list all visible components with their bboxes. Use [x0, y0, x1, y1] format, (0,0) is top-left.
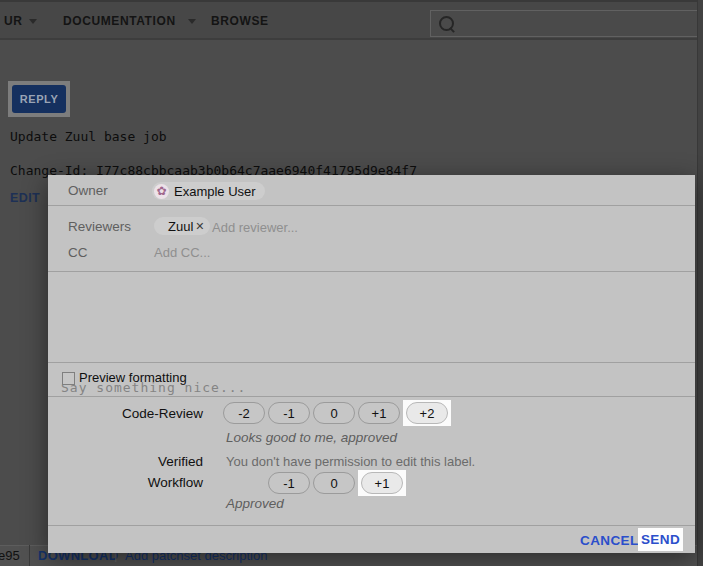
search-icon: [439, 16, 454, 31]
edit-link[interactable]: EDIT: [10, 191, 40, 205]
code-review-label: Code-Review: [48, 406, 203, 421]
owner-label: Owner: [68, 183, 108, 198]
send-button[interactable]: SEND: [641, 532, 680, 547]
preview-formatting-label: Preview formatting: [79, 370, 187, 385]
reviewer-chip-name: Zuul: [168, 219, 193, 234]
nav-item-label: DOCUMENTATION: [63, 14, 176, 28]
vote-button-plus2[interactable]: +2: [406, 402, 448, 424]
identicon-icon: ✿: [156, 184, 166, 198]
avatar: ✿: [154, 184, 169, 199]
vote-button-minus1[interactable]: -1: [268, 402, 310, 424]
code-review-description: Looks good to me, approved: [226, 430, 397, 445]
top-nav-bar: UR DOCUMENTATION BROWSE: [0, 0, 703, 40]
nav-item-ur[interactable]: UR: [4, 2, 37, 40]
nav-item-label: BROWSE: [211, 14, 269, 28]
reviewers-label: Reviewers: [68, 219, 131, 234]
verified-permission-text: You don't have permission to edit this l…: [226, 454, 475, 469]
vote-button-zero[interactable]: 0: [313, 402, 355, 424]
reply-button[interactable]: REPLY: [12, 85, 66, 113]
owner-chip-name: Example User: [174, 184, 256, 199]
chevron-down-icon: [188, 19, 196, 24]
scrollbar[interactable]: [697, 0, 703, 566]
remove-reviewer-icon[interactable]: ✕: [195, 220, 204, 233]
sha-fragment: e95: [0, 548, 20, 563]
workflow-description: Approved: [226, 496, 284, 511]
selected-vote-highlight: +2: [403, 400, 451, 426]
reply-message-textarea[interactable]: Say something nice...: [48, 272, 695, 362]
workflow-label: Workflow: [48, 475, 203, 490]
divider: [48, 205, 695, 206]
cancel-button[interactable]: CANCEL: [580, 533, 639, 548]
verified-label: Verified: [48, 454, 203, 469]
reply-button-highlight: REPLY: [8, 81, 70, 117]
commit-message-subject: Update Zuul base job: [10, 129, 167, 144]
nav-item-documentation[interactable]: DOCUMENTATION: [63, 2, 196, 40]
preview-formatting-checkbox[interactable]: [62, 372, 75, 385]
vote-button-plus1[interactable]: +1: [358, 402, 400, 424]
reply-dialog: Owner ✿ Example User Reviewers Zuul ✕ Ad…: [48, 175, 695, 553]
chevron-down-icon: [29, 19, 37, 24]
vote-button-zero[interactable]: 0: [313, 472, 355, 494]
divider: [48, 362, 695, 363]
search-input[interactable]: [430, 10, 703, 37]
add-cc-input[interactable]: Add CC...: [154, 245, 210, 260]
nav-item-label: UR: [4, 14, 23, 28]
vote-button-plus1[interactable]: +1: [361, 472, 403, 494]
divider: [29, 545, 30, 566]
reviewer-chip: Zuul ✕: [154, 217, 210, 235]
selected-vote-highlight: +1: [358, 470, 406, 496]
screen: UR DOCUMENTATION BROWSE REPLY Update Zuu…: [0, 0, 703, 566]
nav-item-browse[interactable]: BROWSE: [211, 2, 269, 40]
divider: [48, 396, 695, 397]
code-review-buttons: -2 -1 0 +1 +2: [223, 400, 451, 426]
add-reviewer-input[interactable]: Add reviewer...: [212, 220, 298, 235]
vote-button-minus2[interactable]: -2: [223, 402, 265, 424]
divider: [48, 525, 695, 526]
cc-label: CC: [68, 245, 88, 260]
workflow-buttons: -1 0 +1: [268, 470, 406, 496]
owner-chip: ✿ Example User: [152, 182, 265, 200]
send-button-highlight: SEND: [638, 528, 683, 551]
vote-button-minus1[interactable]: -1: [268, 472, 310, 494]
